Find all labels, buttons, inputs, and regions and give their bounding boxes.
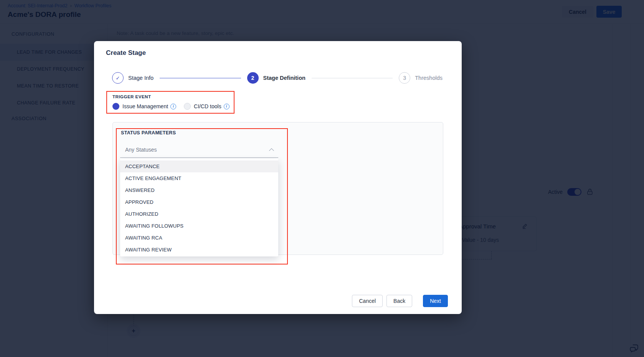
status-option[interactable]: AWAITING REVIEW: [120, 244, 278, 256]
radio-issue-management[interactable]: [112, 103, 119, 110]
modal-next-button[interactable]: Next: [423, 295, 448, 307]
modal-footer: Cancel Back Next: [352, 295, 448, 307]
radio-cicd-tools[interactable]: [184, 103, 191, 110]
status-option[interactable]: ANSWERED: [120, 184, 278, 196]
modal-cancel-button[interactable]: Cancel: [352, 295, 383, 307]
trigger-event-options: Issue Management i CI/CD tools i: [112, 102, 230, 111]
step-label: Stage Definition: [263, 75, 305, 81]
app-window: Account: SEI-Internal-Prod2 › Workflow P…: [0, 0, 644, 357]
step-thresholds[interactable]: 3 Thresholds: [399, 72, 443, 84]
info-icon[interactable]: i: [170, 104, 176, 109]
status-option[interactable]: AUTHORIZED: [120, 208, 278, 220]
chevron-up-icon: [269, 148, 274, 153]
step-connector: [160, 78, 241, 78]
step-connector: [312, 78, 393, 78]
statuses-dropdown: ACCEPTANCEACTIVE ENGAGEMENTANSWEREDAPPRO…: [120, 159, 278, 256]
status-parameters-label: STATUS PARAMETERS: [121, 130, 176, 136]
info-icon[interactable]: i: [224, 104, 230, 109]
status-option[interactable]: APPROVED: [120, 196, 278, 208]
radio-label-cicd-tools: CI/CD tools: [194, 103, 221, 109]
step-stage-info[interactable]: ✓ Stage Info: [112, 72, 154, 84]
stepper: ✓ Stage Info 2 Stage Definition 3 Thresh…: [112, 72, 443, 84]
trigger-event-label: TRIGGER EVENT: [112, 94, 151, 99]
statuses-select-value: Any Statuses: [120, 147, 157, 153]
status-option[interactable]: AWAITING RCA: [120, 232, 278, 244]
step-label: Stage Info: [128, 75, 154, 81]
step-label: Thresholds: [415, 75, 443, 81]
create-stage-modal: Create Stage ✓ Stage Info 2 Stage Defini…: [94, 41, 462, 314]
step-stage-definition[interactable]: 2 Stage Definition: [247, 72, 305, 84]
step-number-badge: 3: [399, 72, 410, 84]
status-option[interactable]: AWAITING FOLLOWUPS: [120, 220, 278, 232]
status-option[interactable]: ACTIVE ENGAGEMENT: [120, 172, 278, 184]
modal-title: Create Stage: [106, 49, 146, 57]
modal-back-button[interactable]: Back: [386, 295, 412, 307]
step-complete-check-icon: ✓: [112, 72, 124, 84]
step-number-badge: 2: [247, 72, 259, 84]
statuses-select[interactable]: Any Statuses: [120, 142, 278, 158]
status-option[interactable]: ACCEPTANCE: [120, 160, 278, 172]
radio-label-issue-management: Issue Management: [122, 103, 168, 109]
